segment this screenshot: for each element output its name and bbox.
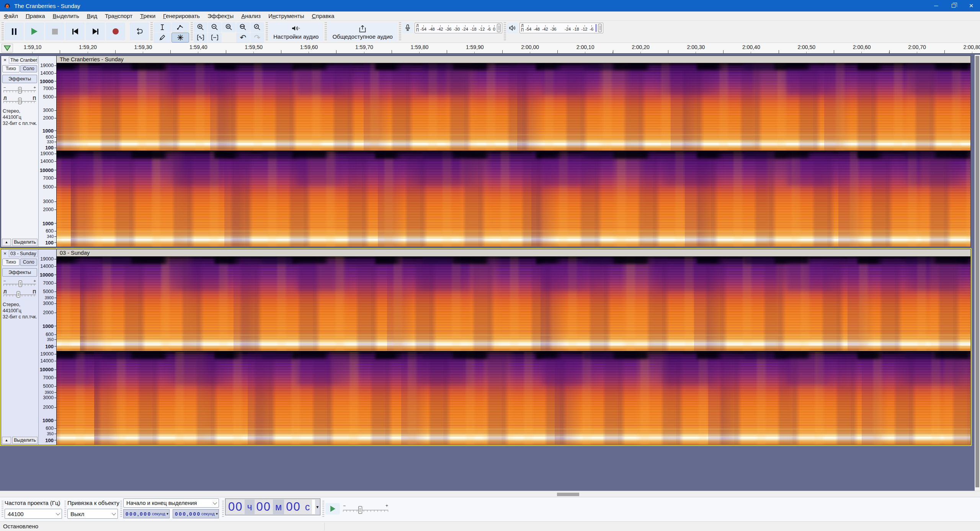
track-area[interactable]: ×The Cranberr▼ТихоСолоЭффекты−+ЛПСтерео,… bbox=[0, 54, 980, 491]
horizontal-scrollbar[interactable] bbox=[0, 491, 980, 497]
spectrogram-channel-2[interactable] bbox=[57, 352, 970, 445]
spectrogram-channel-2[interactable] bbox=[57, 151, 970, 247]
audio-position-display[interactable]: 00ч00м00с▼ bbox=[225, 498, 320, 515]
record-meter-box[interactable]: ЛП -54-48-42-36-30-24-18-12-60 bbox=[415, 23, 502, 33]
gain-slider-thumb[interactable] bbox=[19, 280, 22, 287]
selection-mode-combobox[interactable]: Начало и конец выделения bbox=[123, 498, 219, 508]
time-digits[interactable]: 00 bbox=[284, 500, 302, 514]
spectrogram-channel-1[interactable] bbox=[57, 257, 970, 351]
record-meter-button[interactable] bbox=[402, 23, 413, 33]
close-button[interactable]: × bbox=[962, 0, 980, 11]
toolbar-grip[interactable] bbox=[325, 22, 327, 41]
playback-speed-slider[interactable]: − + bbox=[343, 503, 388, 515]
trim-audio-button[interactable] bbox=[194, 33, 207, 43]
zoom-out-button[interactable] bbox=[208, 22, 222, 32]
toolbar-grip[interactable] bbox=[150, 22, 153, 41]
playback-meter[interactable]: ЛП -54-48-42-36-0-24-18-12-6 bbox=[507, 23, 603, 33]
timeline-ruler[interactable]: 1:59,101:59,201:59,301:59,401:59,501:59,… bbox=[0, 43, 980, 54]
horizontal-scrollbar-thumb[interactable] bbox=[557, 493, 579, 496]
toolbar-grip[interactable] bbox=[399, 22, 401, 41]
playback-meter-handle[interactable] bbox=[598, 24, 602, 32]
pan-slider[interactable]: ЛП bbox=[3, 96, 36, 105]
pan-slider[interactable]: ЛП bbox=[3, 290, 36, 298]
spectrogram-channel-1[interactable] bbox=[57, 63, 970, 151]
effects-button[interactable]: Эффекты bbox=[2, 75, 37, 83]
time-digits[interactable]: 00 bbox=[226, 500, 245, 514]
skip-to-end-button[interactable] bbox=[86, 23, 105, 40]
redo-button[interactable]: ↷ bbox=[250, 33, 264, 43]
menu-выделить[interactable]: Выделить bbox=[49, 11, 83, 21]
project-rate-combobox[interactable]: 44100 bbox=[5, 509, 62, 519]
toolbar-grip[interactable] bbox=[504, 22, 506, 41]
track-name-dropdown[interactable]: The Cranberr▼ bbox=[9, 57, 38, 64]
frequency-ruler[interactable]: 1900014000100007000500030002000100060033… bbox=[39, 56, 56, 247]
speed-slider-thumb[interactable] bbox=[358, 506, 362, 514]
pan-slider-thumb[interactable] bbox=[18, 98, 21, 104]
snap-to-combobox[interactable]: Выкл bbox=[67, 509, 118, 519]
zoom-toggle-button[interactable] bbox=[250, 22, 264, 32]
select-track-button[interactable]: Выделить bbox=[12, 239, 38, 246]
toolbar-grip[interactable] bbox=[2, 22, 4, 41]
track-2[interactable]: ×03 - Sunday▼ТихоСолоЭффекты−+ЛПСтерео, … bbox=[1, 249, 971, 445]
select-track-button[interactable]: Выделить bbox=[12, 437, 38, 444]
track-clip[interactable]: The Cranberries - Sunday bbox=[56, 56, 970, 247]
selection-start-field[interactable]: 000,000 секунд ▼ bbox=[123, 509, 170, 518]
undo-button[interactable]: ↶ bbox=[236, 33, 250, 43]
audio-setup-button[interactable]: Настройки аудио bbox=[269, 22, 323, 41]
menu-генерировать[interactable]: Генерировать bbox=[159, 11, 204, 21]
silence-audio-button[interactable] bbox=[208, 33, 222, 43]
close-track-button[interactable]: × bbox=[2, 251, 8, 257]
track-1[interactable]: ×The Cranberr▼ТихоСолоЭффекты−+ЛПСтерео,… bbox=[1, 56, 971, 247]
record-meter-handle[interactable] bbox=[497, 24, 501, 32]
menu-транспорт[interactable]: Транспорт bbox=[101, 11, 136, 21]
solo-button[interactable]: Соло bbox=[20, 65, 38, 72]
pan-slider-thumb[interactable] bbox=[17, 291, 20, 298]
close-track-button[interactable]: × bbox=[2, 57, 8, 63]
multi-tool-button[interactable] bbox=[172, 33, 189, 43]
gain-slider[interactable]: −+ bbox=[3, 85, 36, 94]
dropdown-icon[interactable]: ▼ bbox=[315, 505, 319, 509]
menu-справка[interactable]: Справка bbox=[308, 11, 338, 21]
track-name-dropdown[interactable]: 03 - Sunday▼ bbox=[9, 250, 38, 257]
effects-button[interactable]: Эффекты bbox=[2, 268, 37, 277]
envelope-tool-button[interactable] bbox=[172, 22, 189, 32]
clip-title[interactable]: The Cranberries - Sunday bbox=[57, 56, 970, 63]
menu-анализ[interactable]: Анализ bbox=[237, 11, 265, 21]
mute-button[interactable]: Тихо bbox=[2, 259, 20, 266]
menu-эффекты[interactable]: Эффекты bbox=[204, 11, 237, 21]
zoom-in-button[interactable] bbox=[194, 22, 207, 32]
record-button[interactable] bbox=[106, 23, 125, 40]
skip-to-start-button[interactable] bbox=[65, 23, 85, 40]
menu-правка[interactable]: Правка bbox=[22, 11, 49, 21]
recording-meter[interactable]: ЛП -54-48-42-36-30-24-18-12-60 bbox=[402, 23, 502, 33]
toolbar-grip[interactable] bbox=[191, 22, 193, 41]
selection-end-field[interactable]: 000,000 секунд ▼ bbox=[173, 509, 219, 518]
stop-button[interactable] bbox=[45, 23, 64, 40]
menu-инструменты[interactable]: Инструменты bbox=[265, 11, 308, 21]
draw-tool-button[interactable] bbox=[154, 33, 171, 43]
zoom-selection-button[interactable] bbox=[222, 22, 236, 32]
pause-button[interactable] bbox=[5, 23, 24, 40]
mute-button[interactable]: Тихо bbox=[2, 65, 20, 72]
collapse-track-button[interactable]: ▲ bbox=[2, 239, 11, 246]
menu-файл[interactable]: Файл bbox=[0, 11, 22, 21]
vertical-scrollbar[interactable] bbox=[975, 55, 980, 491]
restore-button[interactable] bbox=[945, 0, 962, 11]
gain-slider-thumb[interactable] bbox=[18, 87, 21, 93]
gain-slider[interactable]: −+ bbox=[3, 279, 36, 287]
time-digits[interactable]: 00 bbox=[255, 500, 273, 514]
loop-button[interactable] bbox=[130, 23, 149, 40]
frequency-ruler[interactable]: 1900014000100007000500039003000200010006… bbox=[39, 249, 56, 445]
collapse-track-button[interactable]: ▲ bbox=[2, 437, 11, 444]
selection-tool-button[interactable] bbox=[154, 22, 171, 32]
track-clip[interactable]: 03 - Sunday bbox=[56, 249, 970, 445]
toolbar-grip[interactable] bbox=[266, 22, 268, 41]
share-audio-button[interactable]: Общедоступное аудио bbox=[328, 22, 397, 41]
vertical-scrollbar-thumb[interactable] bbox=[975, 56, 979, 487]
play-at-speed-button[interactable] bbox=[325, 503, 340, 515]
play-button[interactable] bbox=[25, 23, 44, 40]
clip-title[interactable]: 03 - Sunday bbox=[57, 249, 970, 257]
playback-meter-button[interactable] bbox=[507, 23, 518, 33]
playback-meter-box[interactable]: ЛП -54-48-42-36-0-24-18-12-6 bbox=[519, 23, 603, 33]
menu-треки[interactable]: Треки bbox=[136, 11, 159, 21]
